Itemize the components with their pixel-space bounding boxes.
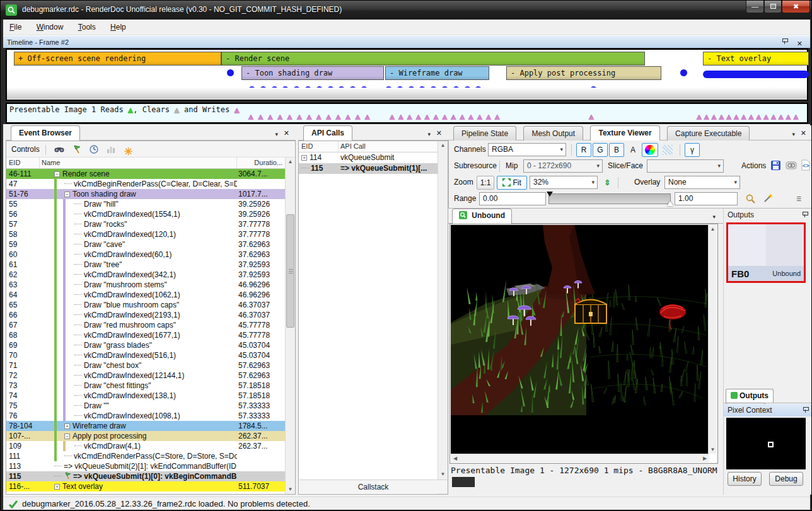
sliceface-select[interactable]: ▾ bbox=[647, 159, 724, 173]
timeline-header[interactable]: Timeline - Frame #2 ✕ bbox=[3, 35, 810, 48]
chevron-down-icon[interactable]: ▾ bbox=[712, 214, 716, 220]
event-row[interactable]: 70vkCmdDrawIndexed(516,1)45.03704 bbox=[6, 350, 285, 360]
timeline-bar-text-overlay[interactable]: - Text overlay bbox=[703, 52, 809, 66]
pin-icon[interactable] bbox=[803, 406, 808, 413]
event-row[interactable]: 65Draw "blue mushroom caps"46.37037 bbox=[6, 300, 285, 310]
write-triangle-icon[interactable]: ▲ bbox=[791, 112, 800, 121]
timeline-bar-offscreen[interactable]: + Off-screen scene rendering bbox=[14, 52, 221, 66]
write-triangle-icon[interactable]: ▲ bbox=[388, 112, 397, 121]
close-icon[interactable]: ✕ bbox=[436, 129, 442, 137]
event-row[interactable]: 111vkCmdEndRenderPass(C=Store, D=Store, … bbox=[6, 451, 285, 461]
write-triangle-icon[interactable]: ▲ bbox=[405, 112, 414, 121]
tab-outputs[interactable]: Outputs bbox=[726, 389, 774, 403]
scroll-down-icon[interactable]: ▼ bbox=[438, 470, 448, 479]
autofit-wand-icon[interactable] bbox=[763, 193, 774, 205]
range-slider[interactable] bbox=[548, 193, 671, 204]
event-row[interactable]: 109vkCmdDraw(4,1)262.37... bbox=[6, 441, 285, 451]
open-code-icon[interactable]: <> bbox=[801, 159, 811, 173]
chevron-down-icon[interactable]: ▾ bbox=[427, 131, 431, 137]
write-triangle-icon[interactable]: ▲ bbox=[423, 112, 432, 121]
event-row[interactable]: 62vkCmdDrawIndexed(342,1)37.92593 bbox=[6, 270, 285, 280]
event-row[interactable]: 115=> vkQueueSubmit(1)[0]: vkBeginComman… bbox=[6, 471, 285, 481]
write-triangle-icon[interactable]: ▲ bbox=[286, 112, 294, 121]
expand-icon[interactable]: + bbox=[64, 423, 70, 429]
api-call-row[interactable]: +114vkQueueSubmit bbox=[299, 152, 438, 163]
tab-mesh-output[interactable]: Mesh Output bbox=[523, 126, 583, 141]
event-row[interactable]: 64vkCmdDrawIndexed(1062,1)46.96296 bbox=[6, 290, 285, 300]
event-table-header[interactable]: EID Name Duratio... bbox=[6, 158, 285, 169]
write-triangle-icon[interactable]: ▲ bbox=[324, 112, 333, 121]
minimize-button[interactable]: — bbox=[746, 1, 764, 13]
menu-help[interactable]: Help bbox=[104, 20, 132, 35]
timeline-bar-post-processing[interactable]: - Apply post processing bbox=[506, 66, 661, 80]
write-triangle-icon[interactable]: ▲ bbox=[266, 112, 275, 121]
event-row[interactable]: 76vkCmdDrawIndexed(1098,1)57.33333 bbox=[6, 411, 285, 421]
texture-viewport[interactable]: ▲ ▼ ◀ ▶ bbox=[450, 224, 718, 464]
scroll-thumb[interactable] bbox=[286, 214, 294, 328]
timeline-bar-toon-shading[interactable]: - Toon shading draw bbox=[241, 66, 384, 80]
callstack-section[interactable]: Callstack bbox=[299, 479, 447, 493]
event-row[interactable]: 71Draw "chest box"57.62963 bbox=[6, 360, 285, 370]
collapse-icon[interactable]: − bbox=[64, 192, 70, 197]
zoom-fit-button[interactable]: Fit bbox=[497, 176, 527, 190]
pin-icon[interactable] bbox=[802, 211, 808, 218]
write-triangle-icon[interactable]: ▲ bbox=[276, 112, 284, 121]
write-triangle-icon[interactable]: ▲ bbox=[353, 112, 362, 121]
event-row[interactable]: 55Draw "hill"39.25926 bbox=[6, 199, 285, 209]
history-button[interactable]: History bbox=[728, 472, 762, 486]
event-row[interactable]: 116-...+Text overlay511.7037 bbox=[6, 481, 285, 491]
flip-vertical-button[interactable]: ⇕ bbox=[600, 176, 614, 190]
channels-select[interactable]: RGBA▾ bbox=[488, 143, 566, 156]
checkerboard-button[interactable] bbox=[659, 143, 676, 157]
event-row[interactable]: 69Draw "grass blades"45.03704 bbox=[6, 340, 285, 350]
event-row[interactable]: 73Draw "chest fittings"57.18518 bbox=[6, 381, 285, 391]
event-row[interactable]: 59Draw "cave"37.62963 bbox=[6, 239, 285, 250]
event-browser-scrollbar[interactable]: ▲ ▼ bbox=[285, 158, 295, 494]
pin-icon[interactable] bbox=[782, 38, 787, 45]
write-triangle-icon[interactable]: ▲ bbox=[304, 112, 313, 121]
tab-event-browser[interactable]: Event Browser bbox=[11, 125, 80, 141]
texture-image[interactable] bbox=[451, 225, 709, 454]
link-icon[interactable] bbox=[786, 160, 797, 172]
write-triangle-icon[interactable]: ▲ bbox=[397, 112, 405, 121]
gamma-button[interactable]: γ bbox=[685, 143, 700, 157]
event-row[interactable]: 56vkCmdDrawIndexed(1554,1)39.25926 bbox=[6, 209, 285, 219]
close-icon[interactable]: ✕ bbox=[801, 129, 806, 137]
chevron-down-icon[interactable]: ▾ bbox=[275, 131, 278, 137]
event-row[interactable]: 78-104+Wireframe draw1784.5... bbox=[6, 421, 285, 431]
scroll-down-icon[interactable]: ▼ bbox=[286, 485, 295, 494]
menu-window[interactable]: Window bbox=[30, 20, 70, 35]
find-binoculars-icon[interactable] bbox=[53, 144, 66, 156]
write-triangle-icon[interactable]: ▲ bbox=[484, 112, 493, 121]
channel-red-button[interactable]: R bbox=[576, 143, 591, 157]
fb0-thumbnail[interactable]: FB0 Unbound bbox=[726, 222, 806, 283]
event-row[interactable]: 68vkCmdDrawIndexed(1677,1)45.77778 bbox=[6, 330, 285, 340]
close-icon[interactable]: ✕ bbox=[797, 37, 803, 50]
zoom-select[interactable]: 32%▾ bbox=[530, 176, 598, 189]
write-triangle-icon[interactable]: ▲ bbox=[344, 112, 352, 121]
event-row[interactable]: 67Draw "red mushroom caps"45.77778 bbox=[6, 320, 285, 330]
write-triangle-icon[interactable]: ▲ bbox=[414, 112, 423, 121]
scroll-down-icon[interactable]: ▼ bbox=[709, 445, 717, 454]
event-row[interactable]: 74vkCmdDrawIndexed(138,1)57.18518 bbox=[6, 391, 285, 401]
write-triangle-icon[interactable]: ▲ bbox=[295, 112, 304, 121]
write-triangle-icon[interactable]: ▲ bbox=[475, 112, 484, 121]
range-white-handle[interactable] bbox=[667, 201, 673, 206]
timeline-canvas[interactable]: + Off-screen scene rendering - Render sc… bbox=[6, 49, 808, 101]
overlay-select[interactable]: None▾ bbox=[664, 176, 740, 189]
close-button[interactable]: ✖ bbox=[782, 1, 810, 13]
resource-usage-strip[interactable]: Presentable Image 1 Reads ▲, Clears ▲ an… bbox=[6, 103, 808, 123]
write-triangle-icon[interactable]: ▲ bbox=[363, 112, 372, 121]
subrange-collapse-button[interactable]: ☰ bbox=[793, 192, 804, 206]
expand-icon[interactable]: + bbox=[54, 484, 60, 490]
range-black-handle[interactable] bbox=[547, 192, 553, 197]
write-triangle-icon[interactable]: ▲ bbox=[440, 112, 449, 121]
tab-capture-executable[interactable]: Capture Executable bbox=[667, 126, 750, 141]
timeline-event-pill[interactable] bbox=[703, 71, 809, 78]
zoom-1to1-button[interactable]: 1:1 bbox=[477, 176, 494, 190]
event-row[interactable]: 63Draw "mushroom stems"46.96296 bbox=[6, 280, 285, 290]
event-row[interactable]: 75Draw ""57.33333 bbox=[6, 401, 285, 411]
debug-button[interactable]: Debug bbox=[769, 472, 803, 486]
scroll-right-icon[interactable]: ▶ bbox=[700, 454, 709, 462]
event-dot[interactable] bbox=[680, 69, 687, 76]
